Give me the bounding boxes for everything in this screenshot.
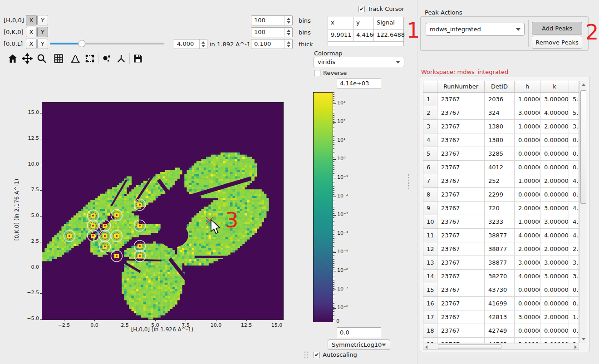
table-cell[interactable]: 1.00000 xyxy=(515,120,540,133)
table-cell[interactable]: 23767 xyxy=(437,120,485,133)
hscrollbar-thumb[interactable] xyxy=(438,344,501,349)
table-cell[interactable]: 2.00000 xyxy=(540,310,569,324)
table-cell[interactable]: 3.00000 xyxy=(515,338,540,343)
table-cell[interactable]: 4.00000 xyxy=(540,106,569,120)
table-cell[interactable]: 0.0 xyxy=(569,324,579,338)
table-row[interactable]: 1623767416990.000000.000000.0 xyxy=(423,297,579,310)
table-cell[interactable]: 7 xyxy=(423,174,437,188)
table-cell[interactable]: 3.00000 xyxy=(540,270,569,283)
table-cell[interactable]: 14 xyxy=(423,270,437,283)
table-cell[interactable]: 23767 xyxy=(437,93,485,106)
table-cell[interactable]: 23767 xyxy=(437,256,485,270)
column-header[interactable] xyxy=(423,81,437,93)
thickness-spinbox[interactable]: 0.100 xyxy=(251,39,293,49)
table-cell[interactable]: 720 xyxy=(485,202,515,215)
table-cell[interactable]: 2.0 xyxy=(569,242,579,256)
table-cell[interactable]: 38877 xyxy=(485,229,515,242)
table-cell[interactable]: 23767 xyxy=(437,188,485,202)
table-cell[interactable]: 0.00000 xyxy=(515,161,540,174)
table-cell[interactable]: 9 xyxy=(423,202,437,215)
y-bins-spinbox[interactable]: 100 xyxy=(251,27,293,37)
table-cell[interactable]: 3.00000 xyxy=(515,106,540,120)
table-row[interactable]: 7237672521.000002.000004.0 xyxy=(423,174,579,188)
home-button[interactable] xyxy=(6,52,19,65)
table-row[interactable]: 102376732331.000003.000004.0 xyxy=(423,215,579,229)
table-cell[interactable]: 38877 xyxy=(485,242,515,256)
table-cell[interactable]: 23767 xyxy=(437,324,485,338)
scroll-right-icon[interactable] xyxy=(574,345,577,349)
table-cell[interactable]: 0.0 xyxy=(569,133,579,147)
spin-arrows[interactable] xyxy=(285,16,292,25)
table-cell[interactable]: 23767 xyxy=(437,229,485,242)
table-cell[interactable]: 23767 xyxy=(437,174,485,188)
table-cell[interactable]: 0.00000 xyxy=(540,133,569,147)
scale-combobox[interactable]: SymmetricLog10 xyxy=(328,339,390,350)
table-cell[interactable]: 3.00000 xyxy=(540,202,569,215)
table-cell[interactable]: 6 xyxy=(423,161,437,174)
slice-slider[interactable] xyxy=(50,39,164,49)
table-cell[interactable]: 11 xyxy=(423,229,437,242)
table-cell[interactable]: 4.0 xyxy=(569,229,579,242)
table-cell[interactable]: 42749 xyxy=(485,324,515,338)
dim-0k0-x-button[interactable]: X xyxy=(26,27,37,37)
table-row[interactable]: 62376740120.000000.000000.0 xyxy=(423,161,579,174)
table-cell[interactable]: 16 xyxy=(423,297,437,310)
heatmap-plot[interactable] xyxy=(42,102,284,320)
slice-value-spinbox[interactable]: 4.000 xyxy=(174,39,207,49)
table-cell[interactable]: 4 xyxy=(423,133,437,147)
peaks-table[interactable]: RunNumberDetIDhk12376720361.000003.00000… xyxy=(423,81,579,343)
table-cell[interactable]: 38877 xyxy=(485,256,515,270)
table-cell[interactable]: 0.00000 xyxy=(540,324,569,338)
dim-h00-y-button[interactable]: Y xyxy=(37,15,48,25)
table-cell[interactable]: 0.00000 xyxy=(515,188,540,202)
track-cursor-checkbox[interactable]: ✔ xyxy=(358,6,365,12)
table-cell[interactable]: 0.00000 xyxy=(540,283,569,297)
table-cell[interactable]: 1.00000 xyxy=(515,93,540,106)
table-cell[interactable]: 3233 xyxy=(485,215,515,229)
table-cell[interactable]: 4.00000 xyxy=(540,229,569,242)
table-cell[interactable]: 23767 xyxy=(437,283,485,297)
table-cell[interactable]: 5.0 xyxy=(569,106,579,120)
table-cell[interactable]: 23767 xyxy=(437,215,485,229)
colormap-combobox[interactable]: viridis xyxy=(314,57,404,67)
table-cell[interactable]: 44563 xyxy=(485,338,515,343)
table-cell[interactable]: 2.00000 xyxy=(540,174,569,188)
table-row[interactable]: 1223767388772.000002.000002.0 xyxy=(423,242,579,256)
table-cell[interactable]: 2.0 xyxy=(569,338,579,343)
table-cell[interactable]: 23767 xyxy=(437,133,485,147)
dim-00l-x-button[interactable]: X xyxy=(26,39,37,49)
dim-0k0-y-button[interactable]: Y xyxy=(37,27,48,37)
table-cell[interactable]: 42813 xyxy=(485,310,515,324)
table-row[interactable]: 1423767382704.000003.000003.0 xyxy=(423,270,579,283)
table-cell[interactable]: 3285 xyxy=(485,147,515,161)
table-cell[interactable]: 23767 xyxy=(437,202,485,215)
table-cell[interactable]: 3.00000 xyxy=(515,256,540,270)
table-cell[interactable]: 23767 xyxy=(437,106,485,120)
peaks-table-vscrollbar[interactable] xyxy=(579,81,587,343)
table-cell[interactable]: 2.00000 xyxy=(540,120,569,133)
table-cell[interactable]: 1.00000 xyxy=(515,215,540,229)
table-cell[interactable]: 0.00000 xyxy=(515,133,540,147)
column-header[interactable] xyxy=(569,81,579,93)
table-cell[interactable]: 3.0 xyxy=(569,120,579,133)
table-cell[interactable]: 4.00000 xyxy=(515,270,540,283)
table-cell[interactable]: 1.0 xyxy=(569,310,579,324)
table-row[interactable]: 1823767427490.000000.000000.0 xyxy=(423,324,579,338)
colorbar[interactable] xyxy=(313,92,333,322)
table-cell[interactable]: 0.00000 xyxy=(540,297,569,310)
spin-arrows[interactable] xyxy=(199,39,207,49)
slider-handle[interactable] xyxy=(78,40,85,47)
table-cell[interactable]: 23767 xyxy=(437,310,485,324)
table-cell[interactable]: 2036 xyxy=(485,93,515,106)
vscrollbar-thumb[interactable] xyxy=(580,90,586,204)
table-cell[interactable]: 18 xyxy=(423,324,437,338)
table-cell[interactable]: 2.00000 xyxy=(540,242,569,256)
table-row[interactable]: 52376732850.000000.000000.0 xyxy=(423,147,579,161)
table-cell[interactable]: 5 xyxy=(423,147,437,161)
table-row[interactable]: 1323767388773.000003.000003.0 xyxy=(423,256,579,270)
table-cell[interactable]: 4.0 xyxy=(569,174,579,188)
table-cell[interactable]: 10 xyxy=(423,215,437,229)
table-cell[interactable]: 23767 xyxy=(437,147,485,161)
table-cell[interactable]: 4.0 xyxy=(569,202,579,215)
column-header[interactable]: DetID xyxy=(485,81,515,93)
